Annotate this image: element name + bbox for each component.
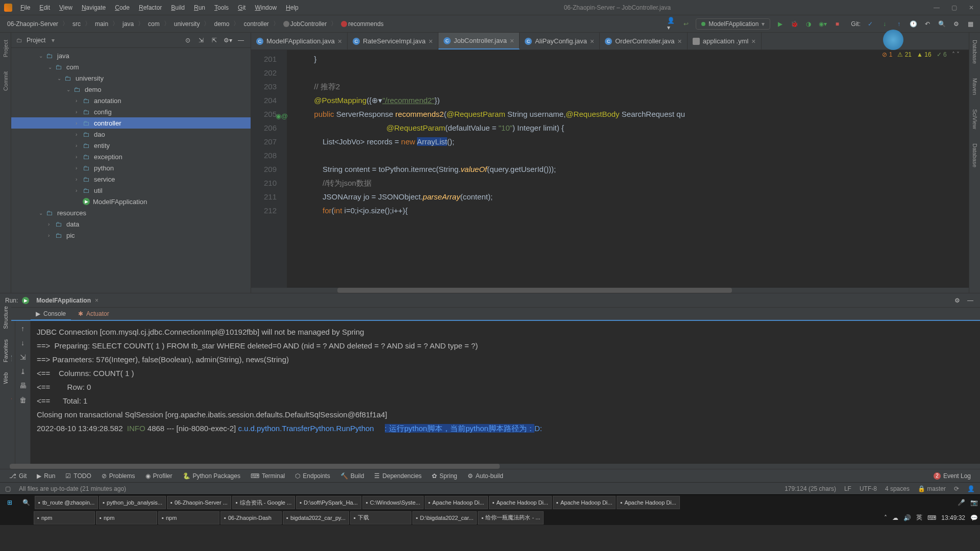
editor-tab[interactable]: COrderController.java× (600, 33, 688, 49)
editor-tab[interactable]: CModelFApplication.java× (251, 33, 348, 49)
git-branch[interactable]: 🔒 master (918, 485, 946, 492)
user-icon[interactable]: 👤▾ (667, 19, 676, 29)
editor-tab[interactable]: CRateServiceImpl.java× (348, 33, 438, 49)
start-button[interactable]: ⊞ (2, 495, 17, 510)
run-hide-icon[interactable]: ― (966, 296, 975, 305)
tree-node-demo[interactable]: ⌄🗀demo (11, 84, 251, 95)
taskbar-item[interactable]: ▪bigdata2022_car_py... (283, 511, 349, 524)
menu-window[interactable]: Window (251, 3, 281, 13)
toolwin-python-packages[interactable]: 🐍Python Packages (179, 472, 244, 480)
print-button[interactable]: 🖶 (18, 381, 28, 390)
tree-node-resources[interactable]: ⌄🗀resources (11, 207, 251, 218)
editor-tab[interactable]: CAliPayConfig.java× (520, 33, 600, 49)
tree-node-java[interactable]: ⌄🗀java (11, 50, 251, 61)
taskbar-item[interactable]: ▪npm (96, 511, 157, 524)
console-hscroll[interactable] (0, 464, 980, 469)
tree-node-pic[interactable]: ›🗀pic (11, 230, 251, 241)
tool-web[interactable]: Web (3, 372, 9, 384)
tree-node-service[interactable]: ›🗀service (11, 173, 251, 185)
tree-node-modelfapplication[interactable]: ▶ModelFApplication (11, 196, 251, 207)
tree-node-exception[interactable]: ›🗀exception (11, 151, 251, 162)
menu-tools[interactable]: Tools (210, 3, 233, 13)
breadcrumb-item[interactable]: recommends (339, 19, 385, 29)
git-commit-icon[interactable]: ↓ (880, 19, 889, 29)
taskbar-item[interactable]: ▪Apache Hadoop Di... (553, 496, 616, 509)
tool-database2[interactable]: Database (972, 141, 978, 169)
breadcrumb-item[interactable]: controller (241, 19, 271, 29)
menu-navigate[interactable]: Navigate (78, 3, 110, 13)
event-log[interactable]: 2Event Log (929, 472, 975, 480)
tree-node-com[interactable]: ⌄🗀com (11, 61, 251, 72)
menu-build[interactable]: Build (167, 3, 189, 13)
editor-tab[interactable]: application .yml× (688, 33, 762, 49)
tree-node-config[interactable]: ›🗀config (11, 106, 251, 117)
taskbar-item[interactable]: ▪Apache Hadoop Di... (489, 496, 552, 509)
breadcrumb-item[interactable]: 06-Zhaopin-Server (5, 19, 60, 29)
debug-button[interactable]: 🐞 (790, 19, 799, 29)
indent-setting[interactable]: 4 spaces (885, 485, 910, 492)
scroll-end-button[interactable]: ⤓ (18, 367, 28, 376)
ide-icon[interactable]: ▦ (966, 19, 975, 29)
tool-maven[interactable]: Maven (972, 76, 978, 97)
system-tray[interactable]: ˄☁🔊英⌨13:49:32💬 (884, 513, 978, 522)
code-editor[interactable]: 201202203204205206207208209210211212◉@ }… (251, 50, 969, 288)
caret-position[interactable]: 179:124 (25 chars) (785, 485, 836, 492)
tree-node-util[interactable]: ›🗀util (11, 185, 251, 196)
toolwin-build[interactable]: 🔨Build (336, 472, 369, 480)
breadcrumb-item[interactable]: demo (212, 19, 231, 29)
tree-node-entity[interactable]: ›🗀entity (11, 140, 251, 151)
run-config-selector[interactable]: ModelFApplication ▾ (696, 18, 770, 30)
console-tab[interactable]: ▶ Console (31, 308, 71, 320)
taskbar-item[interactable]: ▪06-Zhaopin-Dash (220, 511, 282, 524)
select-opened-icon[interactable]: ⊙ (183, 36, 192, 45)
taskbar-item[interactable]: ▪C:\Windows\Syste... (362, 496, 424, 509)
breadcrumb-item[interactable]: java (120, 19, 136, 29)
taskbar-item[interactable]: ▪综合资讯 - Google ... (232, 496, 295, 509)
run-button[interactable]: ▶ (775, 19, 785, 29)
toolwin-terminal[interactable]: ⌨Terminal (247, 472, 289, 480)
taskbar-item[interactable]: ▪tb_route @zhaopin... (35, 496, 98, 509)
taskbar-item[interactable]: ▪D:\soft\PySpark_Ha... (296, 496, 361, 509)
hide-panel-icon[interactable]: ― (236, 36, 246, 45)
tree-node-university[interactable]: ⌄🗀university (11, 72, 251, 84)
profile-button[interactable]: ◉▾ (818, 19, 827, 29)
menu-edit[interactable]: Edit (35, 3, 54, 13)
taskbar-item[interactable]: ▪npm (34, 511, 95, 524)
code-content[interactable]: } // 推荐2 @PostMapping({⊕▾"/recommend2"})… (287, 50, 969, 288)
taskbar-item[interactable]: ▪给你一瓶魔法药水 - ... (478, 511, 544, 524)
git-update-icon[interactable]: ✓ (866, 19, 875, 29)
stop-button[interactable]: ■ (832, 19, 842, 29)
editor-hscroll[interactable] (251, 288, 969, 293)
tree-node-anotation[interactable]: ›🗀anotation (11, 95, 251, 106)
panel-settings-icon[interactable]: ⚙▾ (223, 36, 232, 45)
breadcrumb-item[interactable]: university (172, 19, 202, 29)
sync-icon[interactable]: ⟳ (954, 485, 959, 492)
tree-node-data[interactable]: ›🗀data (11, 218, 251, 230)
clear-button[interactable]: 🗑 (18, 395, 28, 405)
search-button[interactable]: 🔍 (18, 495, 34, 510)
file-encoding[interactable]: UTF-8 (860, 485, 877, 492)
search-icon[interactable]: 🔍 (937, 19, 946, 29)
menu-git[interactable]: Git (234, 3, 250, 13)
toolwin-git[interactable]: ⎇Git (5, 472, 31, 480)
tool-sciview[interactable]: SciView (972, 107, 978, 131)
taskbar-item[interactable]: ▪D:\bigdata2022_car... (412, 511, 477, 524)
tree-node-python[interactable]: ›🗀python (11, 162, 251, 173)
tree-node-controller[interactable]: ›🗀controller (11, 117, 251, 129)
toolwin-dependencies[interactable]: ☰Dependencies (370, 472, 426, 480)
menu-code[interactable]: Code (111, 3, 134, 13)
tool-commit[interactable]: Commit (3, 69, 9, 93)
close-button[interactable]: ✕ (967, 3, 976, 12)
tool-favorites[interactable]: Favorites (3, 339, 9, 362)
toolwin-auto-build[interactable]: ⚙Auto-build (463, 472, 507, 480)
mem-icon[interactable]: 👤 (967, 485, 975, 492)
maximize-button[interactable]: ▢ (949, 3, 959, 12)
toolwin-todo[interactable]: ☑TODO (61, 472, 95, 480)
menu-run[interactable]: Run (190, 3, 209, 13)
toolwin-endpoints[interactable]: ⬡Endpoints (291, 472, 334, 480)
editor-tab[interactable]: CJobController.java× (438, 33, 520, 49)
actuator-tab[interactable]: ✱ Actuator (73, 308, 114, 319)
toolwin-problems[interactable]: ⊘Problems (97, 472, 139, 480)
toolwin-spring[interactable]: ✿Spring (428, 472, 461, 480)
back-icon[interactable]: ↩ (681, 19, 691, 29)
